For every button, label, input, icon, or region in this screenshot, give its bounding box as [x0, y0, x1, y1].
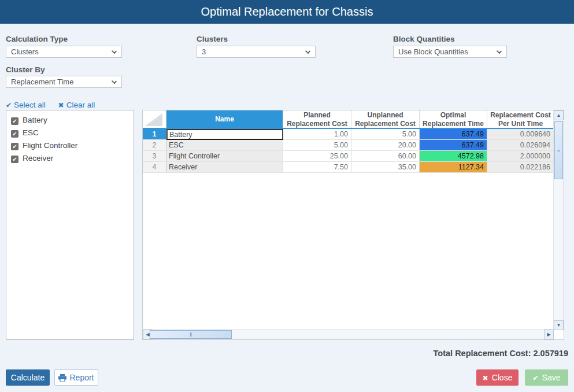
cell-name[interactable]: Flight Controller	[166, 151, 283, 162]
total-value: 2.057919	[534, 349, 568, 358]
cell-cost-per-unit-time[interactable]: 2.000000	[487, 151, 554, 162]
list-item-receiver[interactable]: ✔Receiver	[6, 152, 134, 165]
vertical-scroll-thumb[interactable]: =	[554, 121, 563, 179]
results-table: Name PlannedReplacement Cost UnplannedRe…	[142, 110, 564, 340]
cell-optimal-time[interactable]: 1127.34	[420, 162, 487, 173]
list-item-flight-controller[interactable]: ✔Flight Controller	[6, 139, 134, 152]
column-header-per-unit[interactable]: Replacement CostPer Unit Time	[487, 110, 554, 128]
select-all-link[interactable]: ✔Select all	[6, 101, 46, 109]
horizontal-scroll-thumb[interactable]: ‖	[150, 330, 232, 339]
scroll-down-icon[interactable]: ▼	[554, 320, 564, 330]
row-number[interactable]: 3	[143, 151, 166, 162]
cell-cost-per-unit-time[interactable]: 0.009640	[487, 129, 554, 140]
block-quantities-select[interactable]: Use Block Quantities	[393, 46, 507, 58]
cell-optimal-time[interactable]: 637.49	[420, 129, 487, 140]
cluster-by-select[interactable]: Replacement Time	[6, 76, 122, 88]
list-item-esc[interactable]: ✔ESC	[6, 127, 134, 139]
clear-all-link[interactable]: ✖Clear all	[58, 101, 95, 109]
row-number[interactable]: 2	[143, 140, 166, 151]
table-row[interactable]: 4 Receiver 7.50 35.00 1127.34 0.022186	[143, 162, 554, 173]
cell-planned-cost[interactable]: 5.00	[283, 140, 351, 151]
component-list: ✔Battery ✔ESC ✔Flight Controller ✔Receiv…	[6, 110, 134, 340]
cell-planned-cost[interactable]: 1.00	[283, 129, 351, 140]
checkbox-checked-icon[interactable]: ✔	[11, 143, 18, 150]
column-header-unplanned[interactable]: UnplannedReplacement Cost	[351, 110, 420, 128]
calculation-type-select[interactable]: Clusters	[6, 46, 122, 58]
corner-triangle-icon	[145, 113, 162, 126]
dialog-title: Optimal Replacement for Chassis	[0, 0, 574, 24]
cell-name[interactable]: Battery	[166, 129, 283, 140]
clusters-value: 3	[202, 47, 206, 56]
calculate-button[interactable]: Calculate	[6, 369, 50, 386]
total-replacement-cost: Total Replacement Cost: 2.057919	[434, 349, 568, 358]
table-row[interactable]: 2 ESC 5.00 20.00 637.49 0.026094	[143, 140, 554, 151]
cluster-by-label: Cluster By	[6, 65, 45, 74]
calculation-type-value: Clusters	[11, 47, 39, 56]
horizontal-scrollbar[interactable]: ◀ ‖ ▶	[143, 329, 554, 339]
x-icon: ✖	[58, 101, 64, 109]
cell-planned-cost[interactable]: 7.50	[283, 162, 351, 173]
cell-name[interactable]: ESC	[166, 140, 283, 151]
checkbox-checked-icon[interactable]: ✔	[11, 130, 18, 138]
checkbox-checked-icon[interactable]: ✔	[11, 117, 18, 125]
row-number[interactable]: 1	[143, 129, 166, 140]
list-actions: ✔Select all ✖Clear all	[6, 101, 105, 109]
table-row[interactable]: 1 Battery 1.00 5.00 637.49 0.009640	[143, 129, 554, 140]
column-header-planned[interactable]: PlannedReplacement Cost	[283, 110, 351, 128]
column-header-name[interactable]: Name	[166, 110, 283, 128]
cell-optimal-time[interactable]: 4572.98	[420, 151, 487, 162]
cell-unplanned-cost[interactable]: 35.00	[351, 162, 420, 173]
chevron-down-icon	[497, 49, 502, 54]
table-grid: Name PlannedReplacement Cost UnplannedRe…	[143, 110, 554, 330]
column-header-optimal[interactable]: OptimalReplacement Time	[420, 110, 487, 128]
scroll-right-icon[interactable]: ▶	[544, 330, 554, 339]
printer-icon	[58, 374, 66, 382]
cluster-by-value: Replacement Time	[11, 77, 73, 86]
x-icon: ✖	[483, 374, 488, 382]
chevron-down-icon	[112, 49, 117, 54]
cell-unplanned-cost[interactable]: 20.00	[351, 140, 420, 151]
cell-unplanned-cost[interactable]: 60.00	[351, 151, 420, 162]
clusters-select[interactable]: 3	[197, 46, 316, 58]
checkbox-checked-icon[interactable]: ✔	[11, 156, 18, 163]
close-button[interactable]: ✖Close	[476, 369, 519, 386]
calculation-type-label: Calculation Type	[6, 35, 68, 43]
corner-cell	[143, 110, 166, 128]
clusters-label: Clusters	[197, 35, 228, 43]
check-icon: ✔	[6, 101, 12, 109]
report-button[interactable]: Report	[54, 369, 98, 386]
cell-cost-per-unit-time[interactable]: 0.022186	[487, 162, 554, 173]
cell-unplanned-cost[interactable]: 5.00	[351, 129, 420, 140]
vertical-scrollbar[interactable]: ▲ = ▼	[553, 110, 564, 330]
table-header-row: Name PlannedReplacement Cost UnplannedRe…	[143, 110, 554, 129]
scroll-up-icon[interactable]: ▲	[554, 110, 564, 120]
save-button[interactable]: ✔Save	[525, 369, 568, 386]
list-item-battery[interactable]: ✔Battery	[6, 114, 134, 127]
block-quantities-label: Block Quantities	[393, 35, 455, 43]
cell-planned-cost[interactable]: 25.00	[283, 151, 351, 162]
chevron-down-icon	[305, 49, 310, 54]
row-number[interactable]: 4	[143, 162, 166, 173]
check-icon: ✔	[533, 374, 539, 382]
table-row[interactable]: 3 Flight Controller 25.00 60.00 4572.98 …	[143, 151, 554, 162]
cell-optimal-time[interactable]: 637.49	[420, 140, 487, 151]
block-quantities-value: Use Block Quantities	[398, 47, 468, 56]
chevron-down-icon	[112, 79, 117, 84]
cell-name[interactable]: Receiver	[166, 162, 283, 173]
cell-cost-per-unit-time[interactable]: 0.026094	[487, 140, 554, 151]
